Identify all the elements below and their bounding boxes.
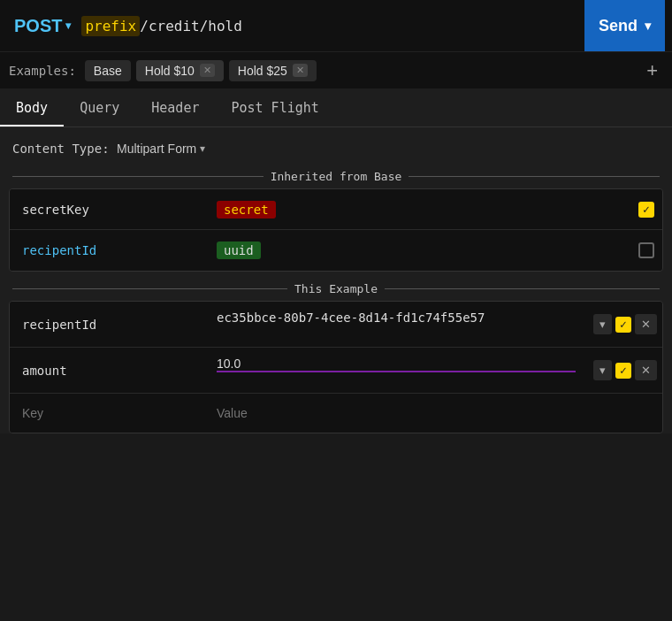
- examples-bar: Examples: Base Hold $10 ✕ Hold $25 ✕ +: [0, 51, 672, 88]
- examples-label: Examples:: [9, 64, 76, 78]
- new-field-row: [10, 394, 662, 433]
- field-key-recipentid-inherited: recipentId: [10, 234, 204, 266]
- field-controls-amount: ▾ ✕: [588, 348, 662, 393]
- tab-hold25[interactable]: Hold $25 ✕: [229, 60, 317, 81]
- tab-hold25-close[interactable]: ✕: [293, 64, 308, 77]
- table-row: recipentId ec35bbce-80b7-4cee-8d14-fd1c7…: [10, 302, 662, 348]
- table-row: recipentId uuid: [10, 230, 662, 271]
- close-amount[interactable]: ✕: [635, 360, 657, 380]
- this-example-section: This Example recipentId ec35bbce-80b7-4c…: [0, 277, 672, 433]
- send-dropdown-icon: ▾: [645, 19, 651, 33]
- field-value-recipentid-example: ec35bbce-80b7-4cee-8d14-fd1c74f55e57: [204, 302, 588, 347]
- this-example-divider: This Example: [0, 277, 672, 301]
- secret-value-badge: secret: [217, 201, 276, 218]
- url-rest: /credit/hold: [140, 18, 242, 34]
- tab-query-label: Query: [80, 100, 119, 116]
- field-key-secretkey: secretKey: [10, 194, 204, 226]
- tab-hold10-close[interactable]: ✕: [200, 64, 215, 77]
- send-button[interactable]: Send ▾: [584, 0, 665, 51]
- this-example-fields-table: recipentId ec35bbce-80b7-4cee-8d14-fd1c7…: [9, 301, 663, 433]
- new-key-input[interactable]: [10, 397, 204, 429]
- chevron-down-recipentid[interactable]: ▾: [593, 314, 612, 334]
- tab-hold25-label: Hold $25: [238, 64, 287, 78]
- inherited-section-title: Inherited from Base: [271, 170, 402, 183]
- tab-hold10-label: Hold $10: [145, 64, 195, 78]
- field-value-recipentid-inherited: uuid: [204, 233, 630, 268]
- close-recipentid-example[interactable]: ✕: [635, 314, 657, 334]
- divider-line-left: [12, 176, 263, 177]
- inherited-fields-table: secretKey secret recipentId uuid: [9, 188, 663, 272]
- content-type-label: Content Type:: [12, 142, 117, 156]
- content-type-value: Multipart Form: [117, 142, 196, 156]
- chevron-down-amount[interactable]: ▾: [593, 360, 612, 380]
- inherited-section-divider: Inherited from Base: [0, 165, 672, 188]
- field-value-secretkey: secret: [204, 192, 630, 227]
- tab-base-label: Base: [94, 64, 122, 78]
- divider-line-right-2: [385, 288, 660, 289]
- divider-line-right: [409, 176, 660, 177]
- tab-bar: Body Query Header Post Flight: [0, 88, 672, 127]
- tab-postflight[interactable]: Post Flight: [215, 91, 334, 126]
- table-row: secretKey secret: [10, 189, 662, 230]
- content-area: Content Type: Multipart Form ▾ Inherited…: [0, 127, 672, 433]
- content-type-dropdown-icon: ▾: [200, 142, 205, 155]
- field-value-amount: [204, 348, 588, 393]
- field-key-amount: amount: [10, 348, 204, 393]
- tab-base[interactable]: Base: [85, 60, 131, 81]
- field-key-recipentid-example: recipentId: [10, 302, 204, 347]
- table-row: amount ▾ ✕: [10, 348, 662, 394]
- url-prefix: prefix: [81, 16, 140, 36]
- tab-header-label: Header: [151, 100, 199, 116]
- checkbox-checked-icon[interactable]: [638, 202, 654, 218]
- checkbox-recipentid[interactable]: [630, 242, 662, 258]
- top-bar: POST ▾ prefix /credit/hold Send ▾: [0, 0, 672, 51]
- uuid-value-badge: uuid: [217, 242, 261, 259]
- send-label: Send: [599, 17, 638, 35]
- method-dropdown-icon: ▾: [65, 19, 71, 32]
- divider-line-left-2: [12, 288, 287, 289]
- method-button[interactable]: POST ▾: [7, 16, 74, 36]
- tab-postflight-label: Post Flight: [231, 100, 318, 116]
- tab-header[interactable]: Header: [135, 91, 215, 126]
- method-label: POST: [14, 16, 62, 36]
- content-type-dropdown[interactable]: Multipart Form ▾: [117, 142, 205, 156]
- field-controls-recipentid: ▾ ✕: [588, 302, 662, 347]
- checkbox-recipentid-example[interactable]: [615, 317, 631, 333]
- tab-body-label: Body: [16, 100, 48, 116]
- tab-query[interactable]: Query: [64, 91, 135, 126]
- url-area: prefix /credit/hold: [74, 16, 584, 36]
- content-type-row: Content Type: Multipart Form ▾: [0, 136, 672, 165]
- checkbox-empty-icon[interactable]: [638, 242, 654, 258]
- add-example-button[interactable]: +: [641, 59, 663, 82]
- amount-input[interactable]: [217, 356, 576, 372]
- tab-body[interactable]: Body: [0, 91, 64, 126]
- this-example-title: This Example: [294, 282, 378, 295]
- tab-hold10[interactable]: Hold $10 ✕: [136, 60, 224, 81]
- new-value-input[interactable]: [204, 397, 662, 429]
- checkbox-amount[interactable]: [615, 363, 631, 379]
- checkbox-secretkey[interactable]: [630, 202, 662, 218]
